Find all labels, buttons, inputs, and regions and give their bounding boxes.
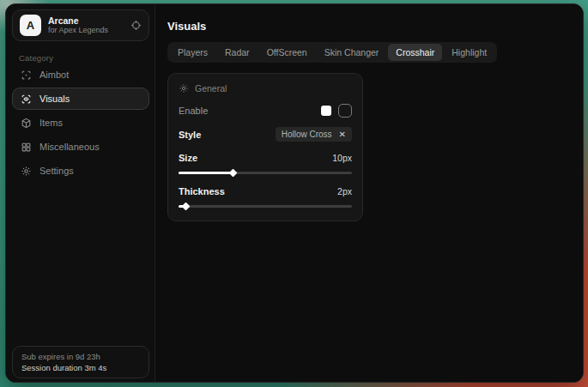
style-row: Style Hollow Cross ✕	[179, 127, 352, 142]
slider-thumb[interactable]	[228, 169, 237, 178]
sidebar-item-label: Settings	[39, 166, 74, 176]
items-icon	[21, 118, 32, 129]
style-label: Style	[179, 130, 201, 140]
settings-gear-icon	[21, 166, 32, 177]
card-title: General	[195, 83, 227, 94]
tab-bar: Players Radar OffScreen Skin Changer Cro…	[167, 42, 497, 63]
size-label: Size	[179, 153, 197, 163]
category-label: Category	[19, 53, 53, 63]
thickness-value: 2px	[337, 186, 352, 197]
tab-offscreen[interactable]: OffScreen	[259, 44, 315, 61]
size-row: Size 10px	[179, 153, 352, 163]
tab-skin-changer[interactable]: Skin Changer	[317, 44, 387, 61]
tab-radar[interactable]: Radar	[217, 44, 258, 61]
slider-thumb[interactable]	[182, 203, 191, 211]
brand-logo: A	[20, 15, 41, 36]
sidebar-item-items[interactable]: Items	[12, 112, 149, 134]
thickness-slider[interactable]	[179, 203, 352, 209]
style-select-chip[interactable]: Hollow Cross ✕	[276, 127, 352, 142]
enable-checkbox[interactable]	[321, 106, 331, 116]
sub-expires-text: Sub expires in 9d 23h	[21, 352, 140, 361]
crosshair-icon[interactable]	[130, 20, 142, 31]
brand-name: Arcane	[48, 15, 124, 26]
sidebar-item-label: Aimbot	[39, 70, 69, 80]
style-value: Hollow Cross	[282, 130, 332, 139]
general-card: General Enable Style Hollow Cross ✕ Size…	[167, 73, 363, 221]
sidebar-item-aimbot[interactable]: Aimbot	[12, 63, 149, 86]
sidebar-item-visuals[interactable]: Visuals	[12, 88, 149, 110]
sidebar-item-miscellaneous[interactable]: Miscellaneous	[12, 136, 149, 158]
slider-track	[179, 205, 352, 208]
visuals-icon	[21, 94, 32, 105]
sidebar-item-settings[interactable]: Settings	[12, 160, 149, 182]
sidebar: A Arcane for Apex Legends Category Aimbo…	[6, 4, 155, 382]
brand-subtitle: for Apex Legends	[48, 26, 124, 34]
tab-crosshair[interactable]: Crosshair	[388, 44, 442, 61]
app-window: A Arcane for Apex Legends Category Aimbo…	[5, 3, 584, 383]
tab-highlight[interactable]: Highlight	[444, 44, 494, 61]
thickness-label: Thickness	[179, 186, 225, 197]
page-title: Visuals	[167, 20, 206, 33]
slider-fill	[179, 172, 233, 174]
size-value: 10px	[332, 153, 352, 163]
subscription-info: Sub expires in 9d 23h Session duration 3…	[12, 346, 149, 378]
sidebar-nav: Aimbot Visuals Items	[12, 63, 149, 182]
thickness-row: Thickness 2px	[179, 186, 352, 197]
enable-label: Enable	[179, 106, 208, 116]
size-slider[interactable]	[179, 170, 352, 176]
tab-players[interactable]: Players	[170, 44, 215, 61]
close-icon[interactable]: ✕	[339, 130, 346, 139]
main-panel: Visuals Players Radar OffScreen Skin Cha…	[155, 4, 583, 382]
aimbot-icon	[21, 70, 32, 81]
general-gear-icon	[179, 83, 189, 94]
miscellaneous-icon	[21, 142, 32, 153]
sidebar-item-label: Items	[39, 118, 63, 128]
sidebar-item-label: Visuals	[39, 94, 70, 104]
enable-keybind-box[interactable]	[338, 104, 352, 118]
session-duration-text: Session duration 3m 4s	[21, 363, 140, 372]
brand-card: A Arcane for Apex Legends	[12, 9, 149, 41]
card-header: General	[179, 83, 352, 94]
enable-row: Enable	[179, 104, 352, 118]
sidebar-item-label: Miscellaneous	[39, 142, 100, 152]
